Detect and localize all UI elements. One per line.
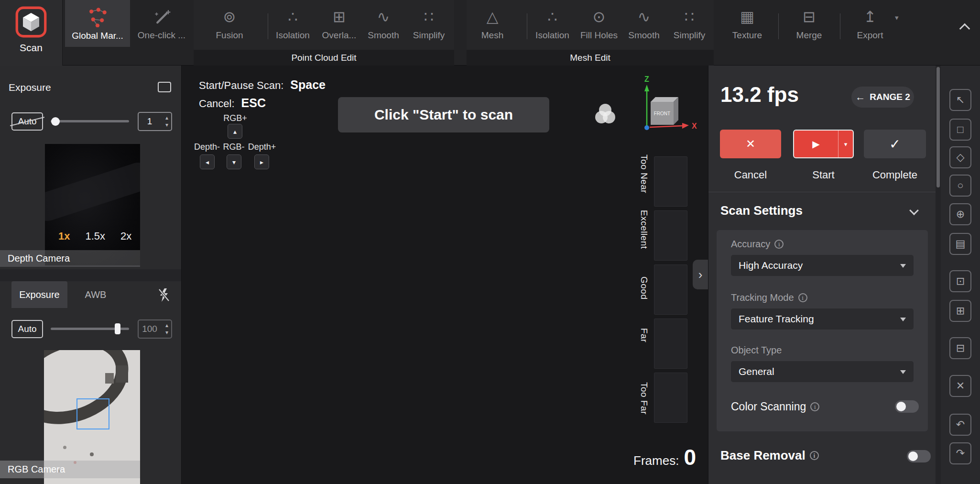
merge-button[interactable]: ⊟ Merge <box>786 0 832 47</box>
rgb-auto-exposure-button[interactable]: Auto <box>11 320 43 338</box>
zoom-1-5x-button[interactable]: 1.5x <box>85 230 105 242</box>
depth-minus-label: Depth- <box>193 142 221 152</box>
pc-isolation-label: Isolation <box>276 30 310 41</box>
base-removal-label: Base Removal <box>720 448 819 463</box>
rgb-minus-label: RGB- <box>220 142 247 152</box>
depth-plus-button[interactable]: ▸ <box>254 154 269 169</box>
tracking-mode-dropdown[interactable]: Feature Tracking <box>731 308 914 330</box>
rectangle-select-icon[interactable]: □ <box>949 119 971 141</box>
color-channels-icon[interactable] <box>592 101 619 128</box>
depth-exposure-slider-handle[interactable] <box>51 117 60 126</box>
pc-smooth-button[interactable]: ∿ Smooth <box>362 0 405 47</box>
pc-simplify-button[interactable]: ∷ Simplify <box>406 0 452 47</box>
tracking-mode-field-label: Tracking Mode <box>731 292 807 303</box>
fill-holes-button[interactable]: ⊙ Fill Holes <box>576 0 622 47</box>
transform-tool-icon[interactable]: ⊞ <box>949 300 971 322</box>
zoom-2x-button[interactable]: 2x <box>120 230 131 242</box>
comment-icon[interactable]: ○ <box>949 175 971 197</box>
flash-off-icon[interactable] <box>158 288 170 302</box>
start-options-chevron-icon[interactable]: ▾ <box>838 141 853 148</box>
range-button-label: RANGE 2 <box>870 92 910 102</box>
one-click-button[interactable]: One-click ... <box>132 0 191 47</box>
smooth-icon: ∿ <box>638 7 651 27</box>
click-start-to-scan-button[interactable]: Click "Start" to scan <box>338 97 549 132</box>
base-removal-toggle[interactable] <box>907 450 931 462</box>
image-adjust-icon[interactable]: ▤ <box>949 233 971 255</box>
rgb-exposure-slider-handle[interactable] <box>115 323 120 334</box>
export-button[interactable]: ↥ Export <box>846 0 894 47</box>
cancel-hint-label: Cancel: <box>199 98 235 110</box>
info-icon[interactable] <box>774 240 784 249</box>
distance-meter-segment <box>654 319 687 369</box>
fusion-button[interactable]: ⊚ Fusion <box>203 0 256 47</box>
depth-minus-button[interactable]: ◂ <box>200 154 215 169</box>
accuracy-dropdown[interactable]: High Accuracy <box>731 255 914 276</box>
mesh-isolation-label: Isolation <box>535 30 569 41</box>
scan-viewport[interactable]: Start/Pause Scan: Space Cancel: ESC RGB+… <box>182 66 708 484</box>
depth-camera-caption: Depth Camera <box>0 250 140 267</box>
depth-camera-preview[interactable]: 1x 1.5x 2x <box>45 144 140 265</box>
range-arrow-icon: ← <box>855 91 865 103</box>
merge-label: Merge <box>796 30 822 41</box>
undo-icon[interactable]: ↶ <box>949 414 971 436</box>
one-click-label: One-click ... <box>138 30 185 41</box>
object-type-dropdown[interactable]: General <box>731 361 914 382</box>
rgb-minus-button[interactable]: ▾ <box>227 154 241 169</box>
polygon-select-icon[interactable]: ◇ <box>949 146 971 168</box>
distance-meter-segment <box>654 264 687 315</box>
tab-rgb-awb[interactable]: AWB <box>67 281 124 308</box>
mesh-simplify-button[interactable]: ∷ Simplify <box>666 0 713 47</box>
depth-auto-exposure-button[interactable]: Auto <box>11 112 43 131</box>
stepper-arrows-icon[interactable]: ▴▾ <box>165 322 168 336</box>
zoom-1x-button[interactable]: 1x <box>58 230 70 242</box>
rgb-exposure-value-stepper[interactable]: 100 ▴▾ <box>138 319 172 339</box>
mesh-button[interactable]: △ Mesh <box>471 0 514 47</box>
tab-rgb-exposure[interactable]: Exposure <box>11 281 67 308</box>
select-tool-icon[interactable]: ↖ <box>949 89 971 111</box>
right-panel-scrollbar[interactable] <box>936 66 941 484</box>
range-button[interactable]: ← RANGE 2 <box>851 87 914 108</box>
duplicate-icon[interactable]: ⊟ <box>949 337 971 359</box>
scan-tab[interactable]: Scan <box>0 0 63 66</box>
rgb-plus-button[interactable]: ▴ <box>228 124 242 139</box>
detach-window-icon[interactable] <box>158 82 171 92</box>
tracking-selection-rectangle <box>76 398 109 429</box>
right-panel-expand-button[interactable]: › <box>693 260 708 289</box>
cancel-hint-key: ESC <box>241 96 266 110</box>
overlap-button[interactable]: ⊞ Overla... <box>316 0 362 47</box>
export-chevron-down-icon[interactable]: ▾ <box>895 13 899 22</box>
complete-button[interactable]: ✓ <box>864 130 926 158</box>
delete-icon[interactable]: ✕ <box>949 375 971 397</box>
color-scanning-label-text: Color Scanning <box>731 400 806 413</box>
depth-exposure-value-stepper[interactable]: 1 ▴▾ <box>138 112 172 131</box>
depth-preview-shape <box>45 159 140 224</box>
redo-icon[interactable]: ↷ <box>949 442 971 464</box>
accuracy-label-text: Accuracy <box>731 239 770 250</box>
frames-counter: Frames: 0 <box>612 444 696 470</box>
depth-exposure-slider[interactable] <box>51 120 129 122</box>
accuracy-field-label: Accuracy <box>731 239 784 250</box>
start-button[interactable]: ▶ ▾ <box>793 130 854 158</box>
scan-settings-collapse-chevron-icon[interactable] <box>909 206 919 215</box>
global-markers-button[interactable]: Global Mar... <box>65 0 130 47</box>
toolbar-separator <box>268 13 268 39</box>
sphere-view-icon[interactable]: ⊕ <box>949 203 971 225</box>
scrollbar-thumb[interactable] <box>936 67 940 187</box>
axis-gizmo[interactable]: Z X FRONT <box>629 74 700 136</box>
cancel-button[interactable]: ✕ <box>720 130 781 158</box>
info-icon[interactable] <box>798 293 807 302</box>
scan-control-panel: 13.2 fps ← RANGE 2 ✕ ▶ ▾ ✓ Cancel Start … <box>708 66 936 484</box>
accuracy-selected-value: High Accuracy <box>739 260 803 271</box>
merge-icon: ⊟ <box>803 7 816 27</box>
texture-button[interactable]: ▦ Texture <box>724 0 770 47</box>
toolbar-collapse-button[interactable] <box>961 25 969 33</box>
tracking-mode-selected-value: Feature Tracking <box>739 313 814 325</box>
mesh-smooth-button[interactable]: ∿ Smooth <box>623 0 665 47</box>
pc-isolation-button[interactable]: ∴ Isolation <box>270 0 316 47</box>
mesh-isolation-button[interactable]: ∴ Isolation <box>530 0 575 47</box>
info-icon[interactable] <box>810 402 819 411</box>
info-icon[interactable] <box>810 451 819 460</box>
stepper-arrows-icon[interactable]: ▴▾ <box>165 114 168 129</box>
crop-tool-icon[interactable]: ⊡ <box>949 270 971 292</box>
color-scanning-toggle[interactable] <box>895 400 919 413</box>
